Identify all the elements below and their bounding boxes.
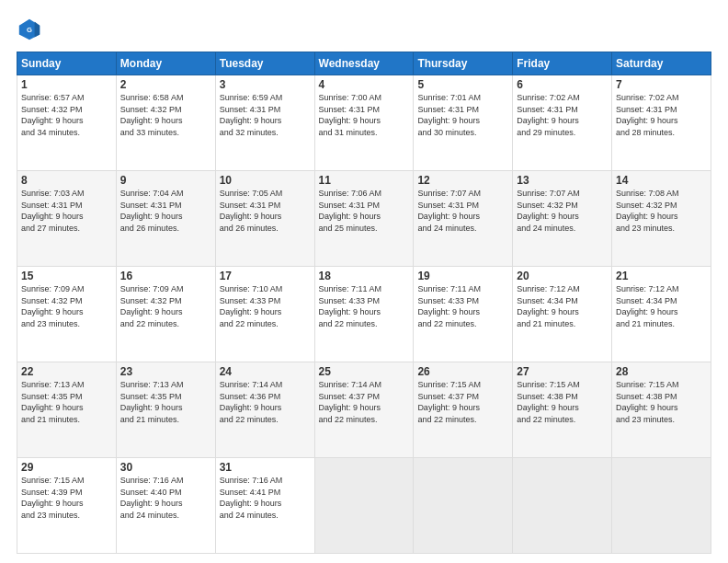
day-info: Sunrise: 7:09 AM Sunset: 4:32 PM Dayligh… bbox=[120, 283, 211, 329]
calendar-cell: 9Sunrise: 7:04 AM Sunset: 4:31 PM Daylig… bbox=[116, 171, 215, 267]
header: G bbox=[17, 17, 711, 42]
calendar-cell: 10Sunrise: 7:05 AM Sunset: 4:31 PM Dayli… bbox=[215, 171, 314, 267]
calendar-cell: 22Sunrise: 7:13 AM Sunset: 4:35 PM Dayli… bbox=[17, 362, 117, 458]
day-number: 6 bbox=[517, 78, 608, 91]
day-number: 16 bbox=[120, 270, 211, 282]
day-info: Sunrise: 7:02 AM Sunset: 4:31 PM Dayligh… bbox=[517, 92, 608, 138]
calendar-cell: 25Sunrise: 7:14 AM Sunset: 4:37 PM Dayli… bbox=[314, 362, 414, 458]
calendar-cell: 4Sunrise: 7:00 AM Sunset: 4:31 PM Daylig… bbox=[314, 75, 414, 171]
day-info: Sunrise: 7:12 AM Sunset: 4:34 PM Dayligh… bbox=[616, 283, 707, 329]
day-number: 11 bbox=[319, 174, 410, 187]
calendar-day-header: Monday bbox=[116, 52, 215, 75]
day-info: Sunrise: 7:06 AM Sunset: 4:31 PM Dayligh… bbox=[319, 188, 410, 234]
page: G SundayMondayTuesdayWednesdayThursdayFr… bbox=[0, 0, 728, 563]
calendar-cell: 26Sunrise: 7:15 AM Sunset: 4:37 PM Dayli… bbox=[414, 362, 513, 458]
day-info: Sunrise: 7:12 AM Sunset: 4:34 PM Dayligh… bbox=[517, 283, 608, 329]
day-info: Sunrise: 7:02 AM Sunset: 4:31 PM Dayligh… bbox=[616, 92, 707, 138]
calendar-cell: 21Sunrise: 7:12 AM Sunset: 4:34 PM Dayli… bbox=[612, 267, 711, 362]
day-info: Sunrise: 7:14 AM Sunset: 4:37 PM Dayligh… bbox=[319, 379, 410, 425]
calendar-week-row: 22Sunrise: 7:13 AM Sunset: 4:35 PM Dayli… bbox=[17, 362, 711, 458]
calendar-cell: 27Sunrise: 7:15 AM Sunset: 4:38 PM Dayli… bbox=[513, 362, 612, 458]
calendar-cell bbox=[314, 458, 414, 554]
day-info: Sunrise: 7:07 AM Sunset: 4:31 PM Dayligh… bbox=[417, 188, 508, 234]
calendar-cell: 1Sunrise: 6:57 AM Sunset: 4:32 PM Daylig… bbox=[17, 75, 117, 171]
day-number: 17 bbox=[220, 270, 311, 282]
day-number: 3 bbox=[220, 78, 311, 91]
day-info: Sunrise: 7:10 AM Sunset: 4:33 PM Dayligh… bbox=[220, 283, 311, 329]
day-number: 27 bbox=[517, 365, 608, 378]
calendar-cell bbox=[513, 458, 612, 554]
day-number: 5 bbox=[417, 78, 508, 91]
day-number: 8 bbox=[21, 174, 112, 187]
day-number: 1 bbox=[21, 78, 112, 91]
svg-marker-1 bbox=[35, 22, 40, 38]
calendar-header-row: SundayMondayTuesdayWednesdayThursdayFrid… bbox=[17, 52, 711, 75]
day-info: Sunrise: 7:11 AM Sunset: 4:33 PM Dayligh… bbox=[417, 283, 508, 329]
calendar-cell: 13Sunrise: 7:07 AM Sunset: 4:32 PM Dayli… bbox=[513, 171, 612, 267]
calendar-cell: 6Sunrise: 7:02 AM Sunset: 4:31 PM Daylig… bbox=[513, 75, 612, 171]
calendar-week-row: 15Sunrise: 7:09 AM Sunset: 4:32 PM Dayli… bbox=[17, 267, 711, 362]
calendar-day-header: Thursday bbox=[414, 52, 513, 75]
day-number: 9 bbox=[120, 174, 211, 187]
calendar-cell: 11Sunrise: 7:06 AM Sunset: 4:31 PM Dayli… bbox=[314, 171, 414, 267]
calendar-table: SundayMondayTuesdayWednesdayThursdayFrid… bbox=[17, 52, 711, 554]
day-number: 23 bbox=[120, 365, 211, 378]
day-info: Sunrise: 6:59 AM Sunset: 4:31 PM Dayligh… bbox=[220, 92, 311, 138]
calendar-cell: 12Sunrise: 7:07 AM Sunset: 4:31 PM Dayli… bbox=[414, 171, 513, 267]
day-info: Sunrise: 7:15 AM Sunset: 4:38 PM Dayligh… bbox=[616, 379, 707, 425]
calendar-week-row: 29Sunrise: 7:15 AM Sunset: 4:39 PM Dayli… bbox=[17, 458, 711, 554]
day-number: 19 bbox=[417, 270, 508, 282]
calendar-cell: 19Sunrise: 7:11 AM Sunset: 4:33 PM Dayli… bbox=[414, 267, 513, 362]
day-info: Sunrise: 7:15 AM Sunset: 4:38 PM Dayligh… bbox=[517, 379, 608, 425]
day-info: Sunrise: 7:14 AM Sunset: 4:36 PM Dayligh… bbox=[220, 379, 311, 425]
day-info: Sunrise: 7:08 AM Sunset: 4:32 PM Dayligh… bbox=[616, 188, 707, 234]
day-info: Sunrise: 7:07 AM Sunset: 4:32 PM Dayligh… bbox=[517, 188, 608, 234]
day-info: Sunrise: 7:16 AM Sunset: 4:40 PM Dayligh… bbox=[120, 475, 211, 521]
day-info: Sunrise: 6:58 AM Sunset: 4:32 PM Dayligh… bbox=[120, 92, 211, 138]
day-info: Sunrise: 7:11 AM Sunset: 4:33 PM Dayligh… bbox=[319, 283, 410, 329]
calendar-cell: 5Sunrise: 7:01 AM Sunset: 4:31 PM Daylig… bbox=[414, 75, 513, 171]
calendar-week-row: 1Sunrise: 6:57 AM Sunset: 4:32 PM Daylig… bbox=[17, 75, 711, 171]
day-number: 29 bbox=[21, 461, 112, 474]
day-number: 22 bbox=[21, 365, 112, 378]
calendar-week-row: 8Sunrise: 7:03 AM Sunset: 4:31 PM Daylig… bbox=[17, 171, 711, 267]
day-info: Sunrise: 7:16 AM Sunset: 4:41 PM Dayligh… bbox=[220, 475, 311, 521]
day-number: 21 bbox=[616, 270, 707, 282]
calendar-day-header: Sunday bbox=[17, 52, 117, 75]
day-number: 26 bbox=[417, 365, 508, 378]
logo: G bbox=[17, 17, 46, 42]
calendar-cell: 15Sunrise: 7:09 AM Sunset: 4:32 PM Dayli… bbox=[17, 267, 117, 362]
calendar-cell: 31Sunrise: 7:16 AM Sunset: 4:41 PM Dayli… bbox=[215, 458, 314, 554]
calendar-cell: 14Sunrise: 7:08 AM Sunset: 4:32 PM Dayli… bbox=[612, 171, 711, 267]
calendar-day-header: Friday bbox=[513, 52, 612, 75]
svg-text:G: G bbox=[27, 26, 32, 34]
calendar-day-header: Saturday bbox=[612, 52, 711, 75]
day-info: Sunrise: 7:00 AM Sunset: 4:31 PM Dayligh… bbox=[319, 92, 410, 138]
calendar-cell: 8Sunrise: 7:03 AM Sunset: 4:31 PM Daylig… bbox=[17, 171, 117, 267]
day-info: Sunrise: 6:57 AM Sunset: 4:32 PM Dayligh… bbox=[21, 92, 112, 138]
calendar-cell: 3Sunrise: 6:59 AM Sunset: 4:31 PM Daylig… bbox=[215, 75, 314, 171]
day-number: 18 bbox=[319, 270, 410, 282]
day-number: 25 bbox=[319, 365, 410, 378]
day-number: 14 bbox=[616, 174, 707, 187]
calendar-day-header: Wednesday bbox=[314, 52, 414, 75]
calendar-cell: 16Sunrise: 7:09 AM Sunset: 4:32 PM Dayli… bbox=[116, 267, 215, 362]
logo-icon: G bbox=[17, 17, 42, 42]
calendar-cell: 20Sunrise: 7:12 AM Sunset: 4:34 PM Dayli… bbox=[513, 267, 612, 362]
calendar-cell bbox=[612, 458, 711, 554]
day-number: 15 bbox=[21, 270, 112, 282]
calendar-cell: 18Sunrise: 7:11 AM Sunset: 4:33 PM Dayli… bbox=[314, 267, 414, 362]
day-info: Sunrise: 7:04 AM Sunset: 4:31 PM Dayligh… bbox=[120, 188, 211, 234]
day-number: 10 bbox=[220, 174, 311, 187]
day-info: Sunrise: 7:15 AM Sunset: 4:37 PM Dayligh… bbox=[417, 379, 508, 425]
day-info: Sunrise: 7:13 AM Sunset: 4:35 PM Dayligh… bbox=[21, 379, 112, 425]
day-number: 13 bbox=[517, 174, 608, 187]
calendar-cell: 17Sunrise: 7:10 AM Sunset: 4:33 PM Dayli… bbox=[215, 267, 314, 362]
day-number: 28 bbox=[616, 365, 707, 378]
day-info: Sunrise: 7:01 AM Sunset: 4:31 PM Dayligh… bbox=[417, 92, 508, 138]
day-info: Sunrise: 7:03 AM Sunset: 4:31 PM Dayligh… bbox=[21, 188, 112, 234]
day-info: Sunrise: 7:15 AM Sunset: 4:39 PM Dayligh… bbox=[21, 475, 112, 521]
calendar-cell: 24Sunrise: 7:14 AM Sunset: 4:36 PM Dayli… bbox=[215, 362, 314, 458]
day-number: 24 bbox=[220, 365, 311, 378]
calendar-cell: 29Sunrise: 7:15 AM Sunset: 4:39 PM Dayli… bbox=[17, 458, 117, 554]
